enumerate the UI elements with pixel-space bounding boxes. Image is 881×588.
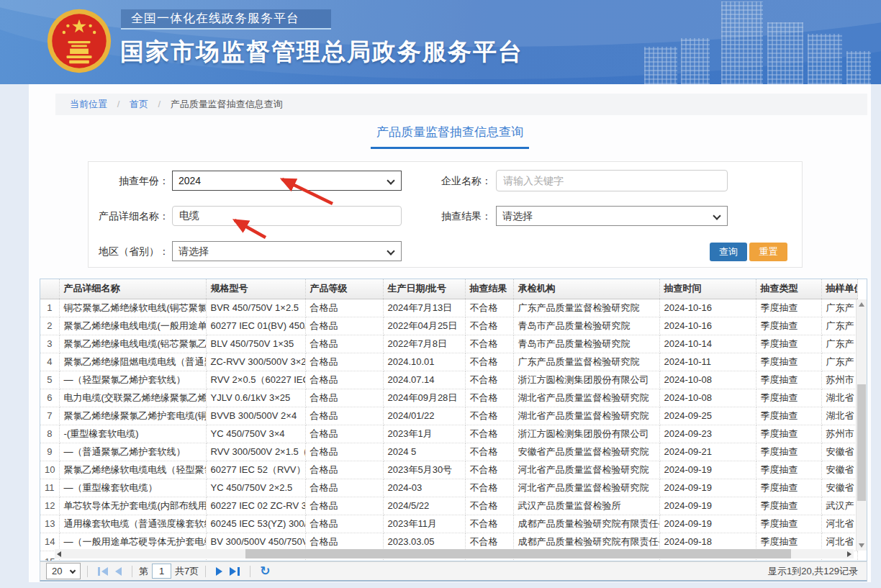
results-table: 产品详细名称 规格型号 产品等级 生产日期/批号 抽查结果 承检机构 抽查时间 … (40, 279, 858, 561)
vertical-scrollbar[interactable] (856, 299, 867, 551)
result-select[interactable]: 请选择 (496, 206, 728, 226)
cell-product-grade: 合格品 (305, 371, 383, 389)
cell-product-name: —（轻型聚氯乙烯护套软线） (59, 371, 206, 389)
pagination-bar: 20 第 共7页 ↻ 显示1到20,共129记录 (40, 561, 867, 582)
reset-button[interactable]: 重置 (749, 243, 787, 261)
cell-row-number: 9 (40, 443, 59, 461)
cell-production-date: 2024-03 (383, 479, 465, 497)
cell-sampling-unit: 安徽省 (821, 479, 857, 497)
refresh-icon[interactable]: ↻ (260, 565, 270, 577)
cell-production-date: 2022年04月25日 (383, 317, 465, 335)
cell-product-name: 聚氯乙烯绝缘软电缆电线（轻型聚氯 (59, 461, 206, 479)
cell-spec-model: YC 450/750V 3×4 (206, 425, 305, 443)
cell-product-grade: 合格品 (305, 497, 383, 515)
building-decoration (721, 1, 763, 84)
cell-inspection-type: 季度抽查 (756, 425, 821, 443)
cell-sampling-unit: 武汉产 (821, 497, 857, 515)
table-row[interactable]: 13 通用橡套软电缆（普通强度橡套软线） 60245 IEC 53(YZ) 30… (40, 515, 857, 533)
first-page-button[interactable] (98, 567, 108, 576)
table-row[interactable]: 5 —（轻型聚氯乙烯护套软线） RVV 2×0.5（60227 IEC 合格品 … (40, 371, 857, 389)
page-size-value: 20 (52, 566, 62, 576)
region-select[interactable]: 请选择 (172, 241, 402, 261)
record-count-summary: 显示1到20,共129记录 (768, 565, 861, 578)
table-row[interactable]: 12 单芯软导体无护套电缆(内部布线用导 60227 IEC 02 ZC-RV … (40, 497, 857, 515)
col-inspection-date: 抽查时间 (659, 279, 756, 299)
horizontal-scrollbar-thumb[interactable] (245, 549, 791, 558)
cell-result: 不合格 (465, 479, 513, 497)
table-row[interactable]: 10 聚氯乙烯绝缘软电缆电线（轻型聚氯 60277 IEC 52（RVV） 合格… (40, 461, 857, 479)
company-input[interactable] (496, 170, 728, 191)
cell-production-date: 2024年09月28日 (383, 389, 465, 407)
year-select[interactable]: 2024 (172, 171, 402, 191)
prev-page-icon (115, 567, 122, 576)
total-pages-label: 共7页 (175, 565, 199, 578)
cell-inspection-type: 季度抽查 (756, 515, 821, 533)
scroll-right-icon[interactable] (847, 551, 851, 557)
col-product-grade: 产品等级 (305, 279, 383, 299)
table-row[interactable]: 4 聚氯乙烯绝缘阻燃电缆电线（普通聚 ZC-RVV 300/500V 3×2 合… (40, 353, 857, 371)
table-row[interactable]: 7 聚氯乙烯绝缘聚氯乙烯护套电缆(铜芯 BVVB 300/500V 2×4 合格… (40, 407, 857, 425)
cell-product-name: 电力电缆(交联聚乙烯绝缘聚氯乙烯护 (59, 389, 206, 407)
cell-production-date: 2023年11月 (383, 515, 465, 533)
cell-spec-model: BV 300/500V 450/750V (206, 533, 305, 551)
scroll-left-icon[interactable] (57, 551, 61, 557)
cell-product-grade: 合格品 (305, 533, 383, 551)
cell-product-name: 聚氯乙烯绝缘聚氯乙烯护套电缆(铜芯 (59, 407, 206, 425)
horizontal-scrollbar[interactable] (55, 549, 854, 558)
query-button[interactable]: 查询 (710, 243, 747, 261)
table-row[interactable]: 8 -(重型橡套软电缆) YC 450/750V 3×4 合格品 2023年1月… (40, 425, 857, 443)
cell-inspection-type: 季度抽查 (756, 497, 821, 515)
cell-inspection-type: 季度抽查 (756, 335, 821, 353)
table-row[interactable]: 14 —（一般用途单芯硬导体无护套电缆） BV 300/500V 450/750… (40, 533, 857, 551)
col-inspection-org: 承检机构 (513, 279, 659, 299)
table-row[interactable]: 1 铜芯聚氯乙烯绝缘软电线(铜芯聚氯乙 BVR 450/750V 1×2.5 合… (40, 299, 857, 317)
table-row[interactable]: 2 聚氯乙烯绝缘电线电缆(一般用途单芯 60277 IEC 01(BV) 450… (40, 317, 857, 335)
cell-inspection-type: 季度抽查 (756, 371, 821, 389)
table-row[interactable]: 6 电力电缆(交联聚乙烯绝缘聚氯乙烯护 YJLV 0.6/1kV 3×25 合格… (40, 389, 857, 407)
building-decoration (846, 51, 871, 84)
breadcrumb-separator: / (117, 99, 120, 109)
cell-result: 不合格 (465, 497, 513, 515)
breadcrumb-home-link[interactable]: 首页 (130, 99, 148, 109)
company-label: 企业名称： (398, 171, 492, 191)
cell-inspection-type: 季度抽查 (756, 299, 821, 317)
result-label: 抽查结果： (398, 206, 492, 226)
cell-inspection-date: 2024-09-25 (659, 407, 756, 425)
col-inspection-type: 抽查类型 (756, 279, 821, 299)
vertical-scrollbar-thumb[interactable] (857, 384, 866, 501)
breadcrumb-separator: / (158, 99, 161, 109)
cell-row-number: 4 (40, 353, 59, 371)
cell-inspection-org: 青岛市产品质量检验研究院 (513, 335, 659, 353)
scroll-up-icon[interactable] (859, 302, 864, 307)
pager-divider (132, 566, 132, 577)
cell-sampling-unit: 湖北省 (821, 407, 857, 425)
breadcrumb-location-link[interactable]: 当前位置 (70, 99, 107, 109)
cell-sampling-unit: 安徽省 (821, 443, 857, 461)
cell-result: 不合格 (465, 335, 513, 353)
prev-page-button[interactable] (115, 567, 122, 576)
cell-inspection-date: 2024-10-16 (659, 317, 756, 335)
cell-inspection-org: 河北省产品质量监督检验研究院 (513, 461, 659, 479)
next-page-icon (216, 567, 222, 576)
cell-result: 不合格 (465, 407, 513, 425)
product-label: 产品详细名称： (89, 206, 169, 226)
cell-inspection-date: 2024-09-19 (659, 515, 756, 533)
scroll-down-icon[interactable] (859, 543, 864, 548)
results-tbody: 1 铜芯聚氯乙烯绝缘软电线(铜芯聚氯乙 BVR 450/750V 1×2.5 合… (40, 299, 857, 561)
cell-product-grade: 合格品 (305, 407, 383, 425)
table-row[interactable]: 11 —（重型橡套软电缆） YC 450/750V 2×2.5 合格品 2024… (40, 479, 857, 497)
cell-inspection-date: 2024-09-19 (659, 497, 756, 515)
cell-sampling-unit: 苏州市 (821, 425, 857, 443)
last-page-button[interactable] (230, 567, 240, 576)
page-number-input[interactable] (152, 564, 171, 579)
cell-row-number: 6 (40, 389, 59, 407)
cell-inspection-type: 季度抽查 (756, 479, 821, 497)
tab-product-quality-query[interactable]: 产品质量监督抽查信息查询 (371, 124, 529, 149)
next-page-button[interactable] (216, 567, 222, 576)
table-row[interactable]: 9 —（普通聚氯乙烯护套软线） RVV 300/500V 2×1.5（ 合格品 … (40, 443, 857, 461)
product-input[interactable] (172, 206, 402, 226)
cell-production-date: 2023年5月30号 (383, 461, 465, 479)
table-row[interactable]: 3 聚氯乙烯绝缘电线电缆(铝芯聚氯乙烯 BLV 450/750V 1×35 合格… (40, 335, 857, 353)
col-sampling-unit: 抽样单位 (821, 279, 857, 299)
page-size-select[interactable]: 20 (46, 563, 81, 579)
